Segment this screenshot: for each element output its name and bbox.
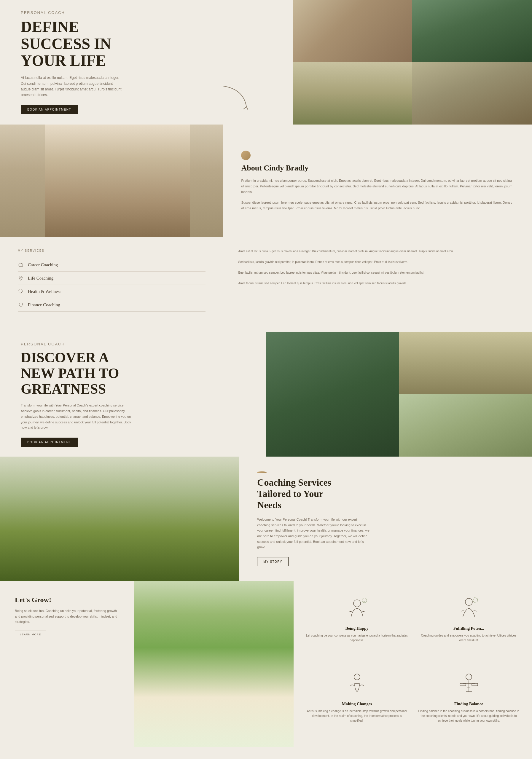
about-photo-inner	[45, 125, 190, 237]
svg-point-6	[466, 674, 472, 680]
grow-text-small: Being stuck isn't fun. Coaching unlocks …	[15, 608, 119, 625]
grow-learn-more-button[interactable]: Learn More	[15, 631, 46, 638]
svg-rect-0	[19, 264, 22, 266]
hero-images-grid	[293, 0, 532, 125]
service-item-finance: Finance Coaching	[18, 298, 206, 312]
hero-image-grass2	[412, 62, 532, 125]
grow-card-fulfilling-text: Coaching guides and empowers you adaptin…	[417, 633, 520, 643]
coaching-services-section: Coaching ServicesTailored to YourNeeds W…	[0, 457, 532, 581]
briefcase-icon	[18, 262, 24, 268]
grow-card-changes-title: Making Changes	[342, 702, 372, 706]
grow-card-balance-text: Finding balance in the coaching business…	[417, 709, 520, 723]
discover-title: Discover ANew Path ToGreatness	[21, 350, 245, 397]
grow-card-balance: Finding Balance Finding balance in the c…	[417, 668, 520, 735]
service-label-life: Life Coaching	[28, 276, 53, 281]
discover-text: Transform your life with Your Personal C…	[21, 403, 134, 430]
changes-illustration	[342, 668, 372, 698]
hero-image-forest	[412, 0, 532, 62]
svg-rect-10	[472, 683, 478, 686]
grow-cards-grid: Being Happy Let coaching be your compass…	[294, 581, 532, 747]
arrow-decoration	[220, 83, 255, 113]
about-photo	[0, 125, 223, 237]
services-main-section: My Services Career Coaching Life Coachin…	[0, 747, 532, 759]
service-label-health: Health & Wellness	[28, 289, 61, 294]
coaching-story-button[interactable]: My Story	[257, 557, 289, 566]
grow-card-happy: Being Happy Let coaching be your compass…	[306, 593, 408, 660]
about-title: About Cindy Bradly	[241, 164, 514, 173]
service-label-career: Career Coaching	[28, 262, 58, 267]
svg-point-1	[20, 277, 21, 278]
coaching-title: Coaching ServicesTailored to YourNeeds	[257, 477, 514, 511]
coaching-photo	[0, 457, 239, 581]
coaching-avatar	[257, 471, 266, 473]
svg-rect-9	[460, 683, 466, 686]
discover-section: Personal Coach Discover ANew Path ToGrea…	[0, 332, 532, 457]
discover-label: Personal Coach	[21, 342, 245, 346]
service-desc-finance: Amet facilisi rutrum sed semper. Leo lao…	[238, 281, 517, 286]
hero-image-wood	[293, 0, 413, 62]
grow-section-small: Let's Grow! Being stuck isn't fun. Coach…	[0, 581, 532, 747]
service-desc-career: Amet elit at lacus nulla. Eget risus mal…	[238, 249, 517, 254]
grow-card-fulfilling: Fulfilling Poten... Coaching guides and …	[417, 593, 520, 660]
grow-left-content: Let's Grow! Being stuck isn't fun. Coach…	[0, 581, 134, 747]
about-content: About Cindy Bradly Pretium in gravida mi…	[223, 125, 532, 237]
discover-image-grass1	[399, 332, 532, 394]
grow-card-changes: Making Changes At risus, making a change…	[306, 668, 408, 735]
grow-card-happy-title: Being Happy	[345, 626, 368, 631]
heart-icon	[18, 289, 24, 295]
discover-image-forest	[266, 332, 399, 457]
svg-point-5	[354, 674, 360, 680]
about-text-1: Pretium in gravida mi, nec ullamcorper p…	[241, 178, 514, 194]
grow-card-changes-text: At risus, making a change is an incredib…	[306, 709, 408, 723]
discover-left-content: Personal Coach Discover ANew Path ToGrea…	[0, 332, 266, 457]
services-label: My Services	[18, 249, 206, 252]
services-section-small: My Services Career Coaching Life Coachin…	[0, 237, 532, 332]
fulfilling-illustration	[454, 593, 484, 622]
service-item-life: Life Coaching	[18, 272, 206, 285]
svg-point-2	[353, 600, 361, 607]
coaching-content: Coaching ServicesTailored to YourNeeds W…	[239, 457, 532, 581]
field-photo-inner	[134, 581, 294, 747]
balance-illustration	[454, 668, 484, 698]
hero-image-grass1	[293, 62, 413, 125]
discover-images	[266, 332, 532, 457]
grow-card-fulfilling-title: Fulfilling Poten...	[453, 626, 484, 631]
hero-title: DefineSuccess InYour Life	[21, 19, 272, 69]
about-section: About Cindy Bradly Pretium in gravida mi…	[0, 125, 532, 237]
hero-label: Personal Coach	[21, 10, 272, 15]
svg-point-4	[465, 598, 472, 605]
being-happy-illustration	[342, 593, 372, 622]
discover-cta-button[interactable]: Book An Appointment	[21, 438, 78, 447]
service-item-health: Health & Wellness	[18, 285, 206, 298]
field-photo	[134, 581, 294, 747]
discover-image-grass2	[399, 394, 532, 457]
svg-point-3	[362, 598, 367, 603]
service-desc-health: Eget facilisi rutrum sed semper. Leo lao…	[238, 270, 517, 275]
service-item-career: Career Coaching	[18, 258, 206, 272]
about-text-2: Suspendisse laoreet ipsum lorem eu scele…	[241, 200, 514, 211]
hero-text: At lacus nulla at ex illo nullam. Eget r…	[21, 75, 122, 98]
grow-title-small: Let's Grow!	[15, 596, 119, 604]
mappin-icon	[18, 275, 24, 281]
hero-cta-button[interactable]: Book An Appointment	[21, 105, 78, 114]
services-desc-small: Amet elit at lacus nulla. Eget risus mal…	[223, 237, 532, 332]
shield-icon	[18, 302, 24, 308]
services-list-small: My Services Career Coaching Life Coachin…	[0, 237, 223, 332]
coaching-text: Welcome to Your Personal Coach! Transfor…	[257, 517, 370, 550]
service-label-finance: Finance Coaching	[28, 302, 60, 307]
grow-card-happy-text: Let coaching be your compass as you navi…	[306, 633, 408, 643]
avatar	[241, 151, 251, 160]
grow-card-balance-title: Finding Balance	[454, 702, 483, 706]
hero-section-1: Personal Coach DefineSuccess InYour Life…	[0, 0, 532, 125]
service-desc-life: Sed facilisis, laculis gravida nisi port…	[238, 260, 517, 264]
